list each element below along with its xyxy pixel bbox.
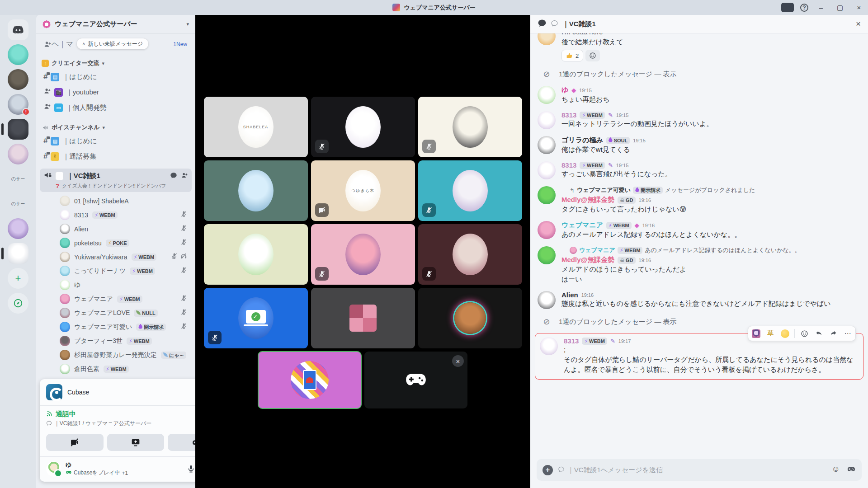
voice-channel-active[interactable]: ｜VC雑談1?クイズ大会！ドンドンドンドン!!ドンドンパフ [40, 169, 192, 192]
add-server-button[interactable]: + [8, 268, 28, 289]
video-tile[interactable]: ✓ [204, 288, 308, 348]
custom-emoji-button[interactable] [751, 328, 761, 338]
explore-servers-button[interactable] [8, 293, 28, 314]
channel-item[interactable]: #▤｜はじめに [40, 69, 192, 84]
message-author[interactable]: ウェブマニア [561, 221, 603, 230]
message-author[interactable]: 8313 [561, 111, 576, 119]
user-avatar[interactable] [46, 461, 61, 477]
message-avatar[interactable] [538, 111, 556, 129]
voice-participant[interactable]: poketetsu⚡POKE [40, 236, 192, 250]
channel-item[interactable]: ▭｜個人開発勢 [40, 100, 192, 115]
message-author[interactable]: 8313 [561, 161, 576, 169]
video-tile[interactable] [418, 224, 522, 285]
voice-participant[interactable]: ウェブマニア⚡WEBM [40, 292, 192, 306]
reaction-pill[interactable]: 2 [561, 50, 583, 61]
reply-author[interactable]: ウェブマニア可愛い [577, 186, 631, 194]
message-avatar[interactable] [538, 291, 556, 309]
call-channel-text[interactable]: ｜VC雑談1 / ウェブマニア公式サーバー [54, 420, 151, 427]
video-tile[interactable]: × [364, 352, 467, 408]
emoji-picker-icon[interactable]: ☺ [832, 465, 840, 475]
maximize-button[interactable]: ▢ [834, 4, 846, 12]
help-icon[interactable]: ? [800, 4, 808, 12]
video-tile[interactable] [204, 224, 308, 285]
message-avatar[interactable] [538, 33, 556, 45]
video-tile[interactable] [311, 288, 415, 348]
message-author[interactable]: Medly@無課金勢 [561, 256, 614, 264]
voice-participant[interactable]: Yukiwara/Yukiwara⚡WEBM [40, 250, 192, 264]
close-icon[interactable]: × [452, 355, 464, 367]
activity-icon[interactable] [847, 465, 856, 475]
message-avatar[interactable] [538, 136, 556, 154]
server-icon[interactable] [8, 243, 28, 264]
message-input[interactable]: + ｜VC雑談1へメッセージを送信 ☺ [537, 459, 862, 481]
channel-category[interactable]: ↑クリエイター交流▾ [40, 57, 192, 69]
kusa-emoji-button[interactable]: 草 [765, 328, 775, 338]
voice-participant[interactable]: ゆ [40, 278, 192, 292]
new-unread-pill[interactable]: ˄新しい未読メッセージ [77, 38, 148, 49]
open-chat-icon[interactable] [170, 172, 177, 181]
message-avatar[interactable] [538, 161, 556, 179]
home-icon[interactable] [8, 19, 28, 40]
add-reaction-button[interactable] [585, 50, 600, 61]
reply-icon[interactable] [814, 328, 824, 338]
server-header[interactable]: ウェブマニア公式サーバー ▾ [36, 15, 195, 34]
video-tile[interactable] [418, 160, 522, 221]
unread-channel-row[interactable]: ヘ｜マ˄新しい未読メッセージ1New [40, 38, 192, 51]
minimize-button[interactable]: – [815, 4, 827, 11]
voice-participant[interactable]: 8313⚡WEBM [40, 208, 192, 222]
forward-icon[interactable] [828, 328, 838, 338]
start-activity-button[interactable] [168, 434, 195, 451]
camera-toggle-button[interactable] [46, 434, 104, 451]
server-icon[interactable] [8, 119, 28, 140]
server-icon[interactable] [8, 69, 28, 90]
stream-indicator-icon[interactable] [781, 3, 794, 12]
channel-item[interactable]: 🎬｜youtuber [40, 84, 192, 100]
voice-participant[interactable]: Alien [40, 222, 192, 236]
message-author[interactable]: ゴリラの極み [561, 136, 603, 145]
voice-participant[interactable]: ブターフィー3世⚡WEBM [40, 334, 192, 348]
screen-share-button[interactable] [107, 434, 165, 451]
voice-channel-row[interactable]: ｜VC雑談1 [43, 171, 188, 181]
message-author[interactable]: Medly@無課金勢 [561, 196, 614, 204]
channel-item[interactable]: #✌｜通話募集 [40, 149, 192, 164]
voice-participant[interactable]: 杉田屋@野菜カレー発売決定にゃ～ [40, 348, 192, 362]
voice-participant[interactable]: ウェブマニア可愛い開示請求 [40, 320, 192, 334]
chat-bubble-filled-icon[interactable] [538, 19, 547, 29]
thinking-emoji-button[interactable] [780, 328, 790, 338]
message-author[interactable]: ゆ [561, 86, 568, 94]
video-tile[interactable] [258, 352, 361, 408]
server-icon[interactable] [8, 144, 28, 164]
server-icon[interactable]: のサー [8, 193, 28, 214]
message-author[interactable]: Alien [561, 291, 578, 299]
video-tile[interactable] [418, 97, 522, 157]
message-avatar[interactable] [538, 221, 556, 239]
more-options-icon[interactable]: ⋯ [843, 328, 853, 338]
message-avatar[interactable] [538, 86, 556, 104]
video-tile[interactable]: SHABELEA [204, 97, 308, 157]
channel-category[interactable]: ボイスチャンネル▾ [40, 122, 192, 133]
channel-item[interactable]: #▤｜はじめに [40, 133, 192, 149]
reply-context[interactable]: ウェブマニア⚡WEBMあのメールアドレス記録するのはほんとよくないかな。。 [570, 246, 861, 254]
reply-context[interactable]: ↰ウェブマニア可愛い開示請求メッセージがブロックされました [570, 186, 861, 194]
blocked-message-row[interactable]: ⊘1通のブロックしたメッセージ — 表示 [538, 317, 861, 327]
video-tile[interactable] [204, 160, 308, 221]
add-reaction-icon[interactable] [799, 328, 809, 338]
close-button[interactable]: × [853, 4, 865, 11]
server-icon[interactable] [8, 218, 28, 239]
mic-toggle-icon[interactable] [187, 464, 195, 474]
message-avatar[interactable] [538, 186, 556, 204]
video-tile[interactable]: つゆきら木 [311, 160, 415, 221]
chat-close-icon[interactable]: × [856, 19, 861, 29]
blocked-message-row[interactable]: ⊘1通のブロックしたメッセージ — 表示 [538, 69, 861, 79]
voice-participant[interactable]: ウェブマニアLOVENULL [40, 306, 192, 320]
reply-author[interactable]: ウェブマニア [579, 246, 615, 254]
voice-participant[interactable]: 01 [!shw] ShabeleA [40, 194, 192, 208]
video-tile[interactable] [311, 97, 415, 157]
invite-people-icon[interactable] [181, 172, 188, 181]
attach-plus-icon[interactable]: + [542, 465, 553, 475]
server-icon[interactable]: のサー [8, 169, 28, 189]
server-icon[interactable]: ! [8, 94, 28, 115]
voice-participant[interactable]: 倉田色素⚡WEBM [40, 362, 192, 376]
video-tile[interactable] [418, 288, 522, 348]
voice-participant[interactable]: こってりドーナツ⚡WEBM [40, 264, 192, 278]
